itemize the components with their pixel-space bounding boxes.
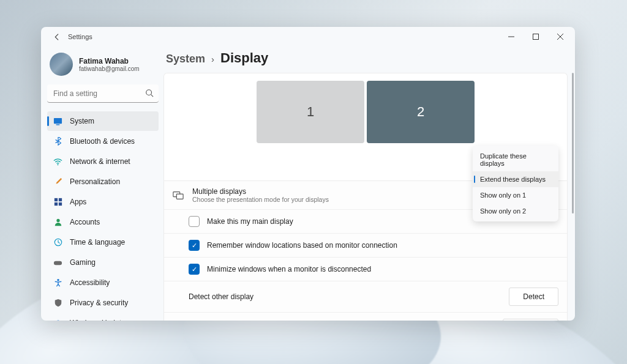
maximize-button[interactable] xyxy=(524,29,548,45)
row-label: Minimize windows when a monitor is disco… xyxy=(207,265,371,273)
profile[interactable]: Fatima Wahab fatiwahab@gmail.com xyxy=(47,49,159,83)
nav-label: Network & internet xyxy=(70,157,130,166)
profile-email: fatiwahab@gmail.com xyxy=(79,65,140,72)
nav-item-accounts[interactable]: Accounts xyxy=(47,212,159,232)
nav-label: Personalization xyxy=(70,177,120,186)
close-button[interactable] xyxy=(548,29,573,45)
row-label: Remember window locations based on monit… xyxy=(207,241,397,250)
content-scroll[interactable]: 1 2 Identify Duplicate these displays Ex… xyxy=(163,72,575,321)
search xyxy=(47,84,159,103)
row-wireless: Connect to a wireless display Connect xyxy=(164,312,567,321)
nav-item-network[interactable]: Network & internet xyxy=(47,152,159,171)
nav-item-privacy[interactable]: Privacy & security xyxy=(47,293,159,313)
profile-name: Fatima Wahab xyxy=(79,57,140,65)
svg-rect-0 xyxy=(533,34,539,40)
system-icon xyxy=(53,117,62,126)
nav-label: Bluetooth & devices xyxy=(70,137,135,146)
row-remember-locations[interactable]: ✓ Remember window locations based on mon… xyxy=(164,233,567,257)
nav-label: Accounts xyxy=(70,218,100,226)
arrow-left-icon xyxy=(53,33,61,41)
nav-item-time[interactable]: Time & language xyxy=(47,232,159,252)
svg-rect-14 xyxy=(176,194,183,199)
person-icon xyxy=(53,218,62,227)
nav-label: Accessibility xyxy=(70,278,110,287)
nav-item-update[interactable]: Windows Update xyxy=(47,313,159,321)
nav-label: Privacy & security xyxy=(70,299,128,307)
connect-button[interactable]: Connect xyxy=(503,319,558,321)
svg-rect-3 xyxy=(56,124,60,125)
nav-item-apps[interactable]: Apps xyxy=(47,192,159,212)
checkbox-minimize[interactable]: ✓ xyxy=(189,264,200,275)
svg-point-12 xyxy=(57,279,59,281)
maximize-icon xyxy=(533,34,539,40)
svg-rect-8 xyxy=(58,202,61,206)
nav-label: Gaming xyxy=(70,258,96,267)
nav-label: Apps xyxy=(70,198,86,206)
main: System › Display 1 2 Identify Duplicate … xyxy=(163,46,575,321)
monitors: 1 2 xyxy=(257,81,475,143)
section-subtitle: Choose the presentation mode for your di… xyxy=(192,196,329,203)
settings-window: Settings Fatima Wahab fatiwahab@gmail.co… xyxy=(41,27,575,321)
nav-item-personalization[interactable]: Personalization xyxy=(47,172,159,191)
apps-icon xyxy=(53,198,62,207)
sidebar: Fatima Wahab fatiwahab@gmail.com System … xyxy=(41,46,163,321)
monitor-1[interactable]: 1 xyxy=(257,81,364,143)
svg-rect-5 xyxy=(54,198,57,201)
breadcrumb: System › Display xyxy=(163,50,575,72)
back-button[interactable] xyxy=(50,29,64,44)
svg-rect-2 xyxy=(54,117,62,123)
nav-item-gaming[interactable]: Gaming xyxy=(47,253,159,272)
bluetooth-icon xyxy=(53,137,62,146)
close-icon xyxy=(557,34,563,40)
page-title: Display xyxy=(220,50,268,66)
chevron-right-icon: › xyxy=(211,54,214,64)
svg-rect-6 xyxy=(58,198,61,201)
titlebar: Settings xyxy=(41,27,575,46)
clock-icon xyxy=(53,238,62,247)
detect-button[interactable]: Detect xyxy=(509,288,558,306)
brush-icon xyxy=(53,177,62,187)
section-title: Multiple displays xyxy=(192,187,329,196)
dd-duplicate[interactable]: Duplicate these displays xyxy=(473,148,558,171)
search-icon xyxy=(145,89,154,100)
wifi-icon xyxy=(53,157,62,166)
svg-point-1 xyxy=(146,90,152,95)
nav: System Bluetooth & devices Network & int… xyxy=(47,111,159,321)
svg-point-4 xyxy=(58,164,59,165)
dd-only-1[interactable]: Show only on 1 xyxy=(473,187,558,203)
dd-only-2[interactable]: Show only on 2 xyxy=(473,203,558,219)
window-title: Settings xyxy=(68,33,92,40)
gamepad-icon xyxy=(53,258,62,267)
search-input[interactable] xyxy=(47,84,159,103)
minimize-button[interactable] xyxy=(499,29,524,45)
display-arrangement: 1 2 Identify Duplicate these displays Ex… xyxy=(163,73,568,180)
nav-label: Windows Update xyxy=(70,319,126,321)
row-minimize[interactable]: ✓ Minimize windows when a monitor is dis… xyxy=(164,257,567,281)
shield-icon xyxy=(53,299,62,308)
avatar xyxy=(50,53,73,76)
scrollbar[interactable] xyxy=(572,73,574,214)
projection-dropdown: Duplicate these displays Extend these di… xyxy=(473,146,558,221)
crumb-parent[interactable]: System xyxy=(166,53,205,65)
checkbox-main-display[interactable] xyxy=(189,216,200,227)
nav-label: System xyxy=(70,117,94,125)
dd-extend[interactable]: Extend these displays xyxy=(473,171,558,187)
svg-point-9 xyxy=(56,219,59,222)
nav-item-bluetooth[interactable]: Bluetooth & devices xyxy=(47,132,159,151)
row-label: Detect other display xyxy=(189,292,253,301)
accessibility-icon xyxy=(53,278,62,288)
minimize-icon xyxy=(508,34,514,40)
update-icon xyxy=(53,319,62,321)
nav-item-system[interactable]: System xyxy=(47,111,159,131)
window-controls xyxy=(499,29,573,45)
multiple-displays-icon xyxy=(173,190,184,201)
nav-label: Time & language xyxy=(70,238,125,247)
nav-item-accessibility[interactable]: Accessibility xyxy=(47,273,159,292)
checkbox-remember[interactable]: ✓ xyxy=(189,240,200,251)
monitor-2[interactable]: 2 xyxy=(367,81,475,143)
svg-rect-11 xyxy=(54,261,62,265)
row-label: Make this my main display xyxy=(207,217,293,226)
svg-rect-7 xyxy=(54,202,57,206)
row-detect: Detect other display Detect xyxy=(164,281,567,312)
